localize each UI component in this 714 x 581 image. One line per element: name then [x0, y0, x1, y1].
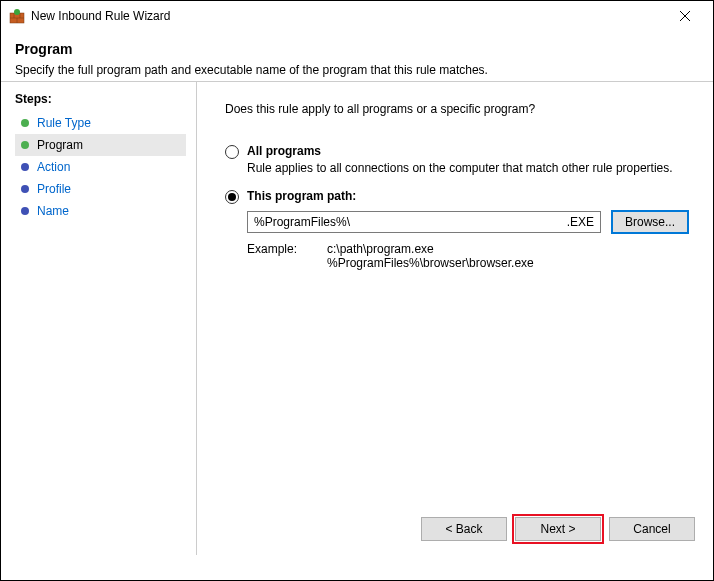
bullet-icon	[21, 207, 29, 215]
example-paths: c:\path\program.exe %ProgramFiles%\brows…	[327, 242, 534, 270]
question-text: Does this rule apply to all programs or …	[225, 102, 689, 116]
step-label: Profile	[37, 182, 71, 196]
step-program[interactable]: Program	[15, 134, 186, 156]
bullet-icon	[21, 119, 29, 127]
main-panel: Does this rule apply to all programs or …	[196, 82, 713, 555]
radio-this-path-label: This program path:	[247, 189, 356, 203]
next-button[interactable]: Next >	[515, 517, 601, 541]
radio-all-programs[interactable]	[225, 145, 239, 159]
step-label: Program	[37, 138, 83, 152]
steps-heading: Steps:	[15, 92, 196, 106]
step-label: Name	[37, 204, 69, 218]
step-profile[interactable]: Profile	[15, 178, 186, 200]
radio-all-programs-desc: Rule applies to all connections on the c…	[247, 161, 689, 175]
step-rule-type[interactable]: Rule Type	[15, 112, 186, 134]
bullet-icon	[21, 185, 29, 193]
window-title: New Inbound Rule Wizard	[31, 9, 665, 23]
example-label: Example:	[247, 242, 327, 270]
step-action[interactable]: Action	[15, 156, 186, 178]
step-label: Action	[37, 160, 70, 174]
bullet-icon	[21, 163, 29, 171]
page-header: Program Specify the full program path an…	[1, 31, 713, 81]
radio-this-path[interactable]	[225, 190, 239, 204]
firewall-icon	[9, 8, 25, 24]
example-line-1: c:\path\program.exe	[327, 242, 534, 256]
radio-this-path-group: This program path: %ProgramFiles%\ .EXE …	[225, 189, 689, 270]
program-path-input[interactable]: %ProgramFiles%\ .EXE	[247, 211, 601, 233]
step-label: Rule Type	[37, 116, 91, 130]
cancel-button[interactable]: Cancel	[609, 517, 695, 541]
wizard-buttons: < Back Next > Cancel	[421, 517, 695, 541]
path-suffix: .EXE	[567, 215, 594, 229]
svg-point-5	[14, 9, 20, 15]
page-title: Program	[15, 41, 699, 57]
step-name[interactable]: Name	[15, 200, 186, 222]
close-button[interactable]	[665, 4, 705, 28]
radio-all-programs-group: All programs Rule applies to all connect…	[225, 144, 689, 175]
radio-all-programs-label: All programs	[247, 144, 321, 158]
titlebar: New Inbound Rule Wizard	[1, 1, 713, 31]
bullet-icon	[21, 141, 29, 149]
example-line-2: %ProgramFiles%\browser\browser.exe	[327, 256, 534, 270]
browse-button[interactable]: Browse...	[611, 210, 689, 234]
back-button[interactable]: < Back	[421, 517, 507, 541]
steps-sidebar: Steps: Rule Type Program Action Profile …	[1, 82, 196, 555]
page-subtitle: Specify the full program path and execut…	[15, 63, 699, 77]
path-value: %ProgramFiles%\	[254, 215, 350, 229]
